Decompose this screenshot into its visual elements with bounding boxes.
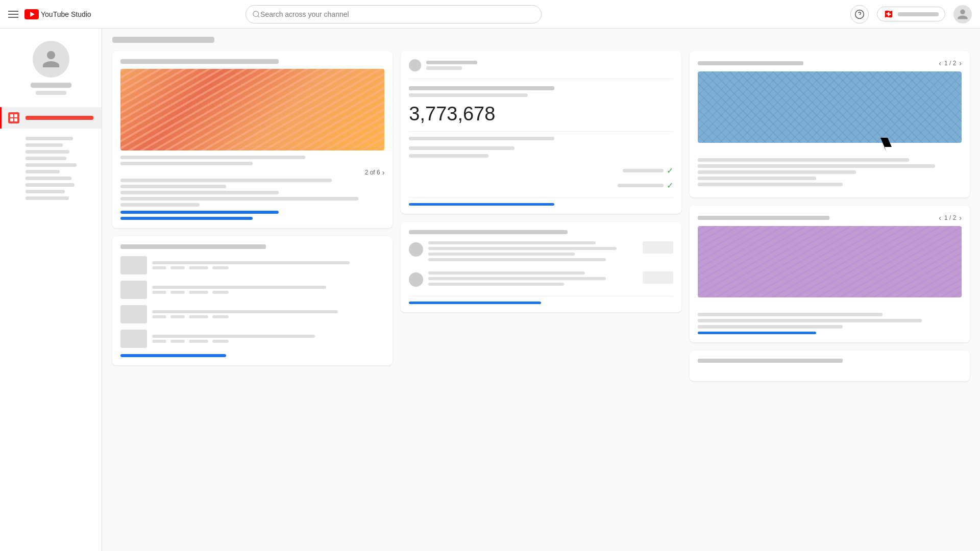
c1-bar-1 [120,156,305,159]
meta-date-2 [212,291,229,294]
dashboard-label [26,116,93,120]
meta-views-4 [152,340,166,343]
list-bar-title-3 [152,310,338,313]
stats-card-subtitle [426,66,462,70]
stat-bar-2 [409,146,514,150]
c1-bar-6 [120,197,358,201]
comment-lines-1 [428,241,637,261]
comment-action-btn-1[interactable] [643,241,673,254]
list-item-4 [120,330,384,348]
card3a-pagination: ‹ 1 / 2 › [939,59,962,67]
search-icon [252,10,260,18]
card-video-list [112,236,393,365]
next-page-arrow[interactable]: › [382,168,385,177]
nav-left: YouTube Studio [8,9,91,19]
user-icon [957,8,969,20]
meta-views-2 [152,291,166,294]
card1-pagination: 2 of 6 › [120,168,384,177]
commenter-avatar-1 [409,242,423,257]
c-line-2 [428,247,616,250]
search-bar[interactable] [246,5,542,23]
stat-bar-1 [409,137,554,140]
svg-rect-6 [10,114,13,117]
card-video-thumbnail: 2 of 6 › [112,51,393,228]
stats-card-title [426,61,477,64]
list-meta-4 [152,340,384,343]
comment-lines-2 [428,271,637,286]
sidebar-bar-7 [26,177,71,180]
youtube-icon [24,9,39,19]
sidebar-item-dashboard[interactable] [0,107,102,129]
svg-rect-9 [14,118,17,121]
c-line-3 [428,253,575,256]
stats-divider [409,79,673,79]
card3b-progress [698,332,817,334]
next-page-arrow-3b[interactable]: › [959,214,962,222]
svg-rect-8 [10,118,13,121]
c-line-4 [428,258,606,261]
comment-row-1 [409,241,673,264]
list-item-3 [120,305,384,323]
blue-thumbnail [698,71,962,143]
progress-bar-2 [120,217,253,220]
card1-header [120,59,279,64]
meta-likes-3 [170,315,185,318]
meta-date-4 [212,340,229,343]
list-bar-title-4 [152,335,315,338]
comment-body-2 [428,271,637,289]
prev-page-arrow-3b[interactable]: ‹ [939,214,941,222]
stats-card-icon [409,59,421,71]
check-row-1: ✓ [409,166,673,176]
list-info-1 [152,261,384,269]
channel-button[interactable]: 🇨🇭 [877,7,945,21]
check-bar-1 [623,169,664,172]
svg-point-2 [253,11,259,17]
youtube-logo: YouTube Studio [24,9,91,19]
c-line-1 [428,241,595,244]
grid-icon [10,114,18,122]
meta-date-1 [212,266,229,269]
commenter-avatar-2 [409,272,423,287]
meta-likes-1 [170,266,185,269]
channel-flag: 🇨🇭 [884,9,894,19]
avatar-icon [41,49,61,69]
dashboard-icon [8,112,19,123]
sidebar [0,29,102,551]
card-sixth [690,350,970,381]
c1-bar-3 [120,179,332,182]
user-avatar-button[interactable] [953,5,972,23]
help-button[interactable] [850,5,869,23]
sidebar-bar-10 [26,196,69,200]
hamburger-menu[interactable] [8,11,18,18]
check-row-2: ✓ [409,181,673,190]
big-number: 3,773,678 [409,103,673,125]
prev-page-arrow-3a[interactable]: ‹ [939,59,941,67]
sidebar-subscriber-count [36,91,66,95]
check-icon-2: ✓ [667,181,673,190]
search-input[interactable] [260,10,535,18]
c3a-bar-5 [698,183,843,186]
list-bar-title-1 [152,261,350,264]
comment-row-2 [409,271,673,289]
c3a-bar-3 [698,170,856,174]
c3a-bar-2 [698,164,936,168]
main-content: 2 of 6 › [102,29,980,551]
svg-line-3 [258,16,259,17]
comments-header [409,230,567,234]
meta-comments-2 [189,291,208,294]
list-info-3 [152,310,384,318]
stat-label [409,86,554,90]
c3b-bar-3 [698,325,843,329]
comment-action-btn-2[interactable] [643,271,673,284]
list-meta-3 [152,315,384,318]
sidebar-bar-6 [26,170,60,173]
list-bar-title-2 [152,286,326,289]
c3b-bar-1 [698,313,883,316]
meta-likes-4 [170,340,185,343]
check-icon-1: ✓ [667,166,673,176]
column-1: 2 of 6 › [112,51,393,381]
list-info-2 [152,286,384,294]
stat-bar-3 [409,154,488,158]
nav-right: 🇨🇭 [850,5,972,23]
next-page-arrow-3a[interactable]: › [959,59,962,67]
